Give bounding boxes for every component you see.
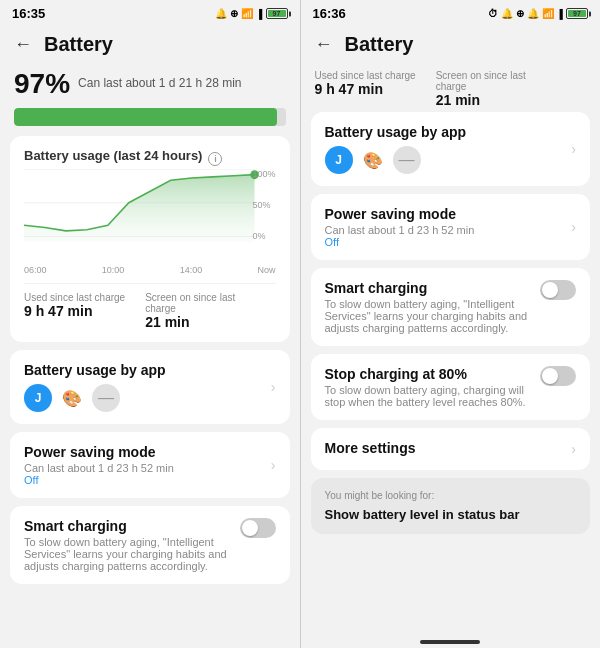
battery-chart-svg — [24, 169, 276, 259]
right-stat-row: Used since last charge 9 h 47 min Screen… — [311, 62, 591, 112]
notification2-icon-right: 🔔 — [527, 8, 539, 19]
wifi-icon: 📶 — [241, 8, 253, 19]
app-icons-row-left: J 🎨 — — [24, 384, 271, 412]
apps-icon-right: ⊕ — [516, 8, 524, 19]
battery-icon-right: 97 — [566, 8, 588, 19]
chart-card: Battery usage (last 24 hours) i — [10, 136, 290, 342]
status-icons-left: 🔔 ⊕ 📶 ▐ 97 — [215, 8, 287, 19]
battery-app-title-left: Battery usage by app — [24, 362, 271, 378]
used-since-value-left: 9 h 47 min — [24, 303, 125, 319]
top-bar-right: ← Battery — [301, 25, 601, 62]
chart-title: Battery usage (last 24 hours) — [24, 148, 202, 163]
battery-icon-left: 97 — [266, 8, 288, 19]
left-panel: 16:35 🔔 ⊕ 📶 ▐ 97 ← Battery 97% Can last … — [0, 0, 300, 648]
chart-labels-right: 100% 50% 0% — [252, 169, 275, 241]
stop-charging-content: Stop charging at 80% To slow down batter… — [325, 366, 541, 408]
app-icons-row-right: J 🎨 — — [325, 146, 572, 174]
suggestion-card[interactable]: You might be looking for: Show battery l… — [311, 478, 591, 534]
smart-charging-toggle-left[interactable] — [240, 518, 276, 538]
apps-icon: ⊕ — [230, 8, 238, 19]
home-indicator-right — [420, 640, 480, 644]
power-saving-mode-right[interactable]: Power saving mode Can last about 1 d 23 … — [311, 194, 591, 260]
used-since-value-right: 9 h 47 min — [315, 81, 416, 97]
toggle-knob-stop — [542, 368, 558, 384]
more-settings-title: More settings — [325, 440, 572, 456]
stop-charging-sub: To slow down battery aging, charging wil… — [325, 384, 531, 408]
power-saving-status-left: Off — [24, 474, 271, 486]
used-since-charge-left: Used since last charge 9 h 47 min — [24, 292, 125, 330]
smart-charging-card-left: Smart charging To slow down battery agin… — [10, 506, 290, 584]
status-bar-left: 16:35 🔔 ⊕ 📶 ▐ 97 — [0, 0, 300, 25]
toggle-knob-left — [242, 520, 258, 536]
screen-on-value-left: 21 min — [145, 314, 235, 330]
app-icon-1: J — [24, 384, 52, 412]
battery-app-left-content: Battery usage by app J 🎨 — — [24, 362, 271, 412]
suggestion-label: You might be looking for: — [325, 490, 577, 501]
app-icon-right-2: 🎨 — [359, 146, 387, 174]
stop-charging-card: Stop charging at 80% To slow down batter… — [311, 354, 591, 420]
battery-app-title-right: Battery usage by app — [325, 124, 572, 140]
time-label-now: Now — [257, 265, 275, 275]
chevron-battery-app-left: › — [271, 379, 276, 395]
page-title-right: Battery — [345, 33, 414, 56]
chevron-more-settings: › — [571, 441, 576, 457]
battery-usage-by-app-left[interactable]: Battery usage by app J 🎨 — › — [10, 350, 290, 424]
battery-bar-container — [14, 108, 286, 126]
smart-charging-row-left: Smart charging To slow down battery agin… — [24, 518, 276, 572]
time-right: 16:36 — [313, 6, 346, 21]
chevron-power-saving-right: › — [571, 219, 576, 235]
battery-percent-row: 97% Can last about 1 d 21 h 28 min — [10, 62, 290, 104]
power-saving-title-right: Power saving mode — [325, 206, 572, 222]
battery-usage-by-app-right[interactable]: Battery usage by app J 🎨 — › — [311, 112, 591, 186]
more-settings-content: More settings — [325, 440, 572, 458]
right-panel: 16:36 ⏱ 🔔 ⊕ 🔔 📶 ▐ 97 ← Battery Used sinc… — [301, 0, 601, 648]
signal-icon-right: ▐ — [557, 9, 563, 19]
battery-percent-text: 97% — [14, 68, 70, 100]
stop-charging-toggle[interactable] — [540, 366, 576, 386]
time-left: 16:35 — [12, 6, 45, 21]
used-since-label-right: Used since last charge — [315, 70, 416, 81]
screen-on-label-left: Screen on since lastcharge — [145, 292, 235, 314]
power-saving-sub-right: Can last about 1 d 23 h 52 min — [325, 224, 572, 236]
power-saving-content-left: Power saving mode Can last about 1 d 23 … — [24, 444, 271, 486]
stop-charging-title: Stop charging at 80% — [325, 366, 531, 382]
home-bar-right — [301, 628, 601, 648]
screen-on-label-right: Screen on since lastcharge — [436, 70, 526, 92]
smart-charging-title-right: Smart charging — [325, 280, 531, 296]
toggle-knob-smart-right — [542, 282, 558, 298]
chart-time-labels: 06:00 10:00 14:00 Now — [24, 265, 276, 275]
scroll-content-left[interactable]: 97% Can last about 1 d 21 h 28 min Batte… — [0, 62, 300, 648]
signal-icon: ▐ — [256, 9, 262, 19]
used-since-label-left: Used since last charge — [24, 292, 125, 303]
chart-title-row: Battery usage (last 24 hours) i — [24, 148, 276, 169]
screen-on-value-right: 21 min — [436, 92, 526, 108]
time-label-3: 14:00 — [180, 265, 203, 275]
app-icon-2: 🎨 — [58, 384, 86, 412]
right-scroll-content[interactable]: Used since last charge 9 h 47 min Screen… — [301, 62, 601, 628]
timer-icon-right: ⏱ — [488, 8, 498, 19]
screen-on-since-left: Screen on since lastcharge 21 min — [145, 292, 235, 330]
smart-charging-title-left: Smart charging — [24, 518, 230, 534]
smart-charging-sub-right: To slow down battery aging, "Intelligent… — [325, 298, 531, 334]
time-label-2: 10:00 — [102, 265, 125, 275]
smart-charging-content-left: Smart charging To slow down battery agin… — [24, 518, 240, 572]
screen-on-since-right: Screen on since lastcharge 21 min — [436, 70, 526, 108]
power-saving-content-right: Power saving mode Can last about 1 d 23 … — [325, 206, 572, 248]
stop-charging-row: Stop charging at 80% To slow down batter… — [325, 366, 577, 408]
wifi-icon-right: 📶 — [542, 8, 554, 19]
back-button-right[interactable]: ← — [315, 34, 333, 55]
top-bar-left: ← Battery — [0, 25, 300, 62]
info-icon[interactable]: i — [208, 152, 222, 166]
chevron-power-saving-left: › — [271, 457, 276, 473]
suggestion-item[interactable]: Show battery level in status bar — [325, 507, 577, 522]
app-icon-dash: — — [92, 384, 120, 412]
back-button-left[interactable]: ← — [14, 34, 32, 55]
more-settings-row[interactable]: More settings › — [311, 428, 591, 470]
power-saving-title-left: Power saving mode — [24, 444, 271, 460]
page-title-left: Battery — [44, 33, 113, 56]
chart-label-0: 0% — [252, 231, 275, 241]
battery-app-right-content: Battery usage by app J 🎨 — — [325, 124, 572, 174]
power-saving-mode-left[interactable]: Power saving mode Can last about 1 d 23 … — [10, 432, 290, 498]
smart-charging-sub-left: To slow down battery aging, "Intelligent… — [24, 536, 230, 572]
smart-charging-toggle-right[interactable] — [540, 280, 576, 300]
